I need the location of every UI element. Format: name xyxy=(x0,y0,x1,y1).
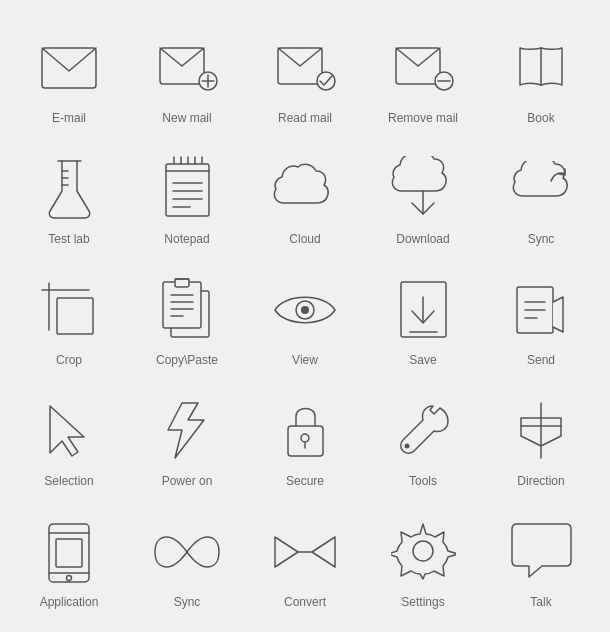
download-label: Download xyxy=(396,232,449,246)
notepad-label: Notepad xyxy=(164,232,209,246)
icon-grid: E-mail New mail xyxy=(10,20,600,615)
new-mail-icon xyxy=(147,30,227,105)
remove-mail-icon xyxy=(383,30,463,105)
settings-icon xyxy=(383,514,463,589)
new-mail-label: New mail xyxy=(162,111,211,125)
svg-rect-29 xyxy=(57,298,93,334)
selection-label: Selection xyxy=(44,474,93,488)
view-label: View xyxy=(292,353,318,367)
svg-point-59 xyxy=(67,576,72,581)
view-icon xyxy=(265,272,345,347)
new-mail-cell: New mail xyxy=(128,20,246,131)
notepad-cell: Notepad xyxy=(128,141,246,252)
application-icon xyxy=(29,514,109,589)
email-label: E-mail xyxy=(52,111,86,125)
selection-cell: Selection xyxy=(10,383,128,494)
settings-cell: Settings xyxy=(364,504,482,615)
view-cell: View xyxy=(246,262,364,373)
talk-icon xyxy=(501,514,581,589)
svg-marker-47 xyxy=(50,406,84,456)
svg-rect-49 xyxy=(288,426,323,456)
remove-mail-label: Remove mail xyxy=(388,111,458,125)
tools-label: Tools xyxy=(409,474,437,488)
crop-icon xyxy=(29,272,109,347)
remove-mail-cell: Remove mail xyxy=(364,20,482,131)
cloud-icon xyxy=(265,151,345,226)
copy-paste-label: Copy\Paste xyxy=(156,353,218,367)
email-icon xyxy=(29,30,109,105)
copy-paste-cell: Copy\Paste xyxy=(128,262,246,373)
talk-cell: Talk xyxy=(482,504,600,615)
convert-label: Convert xyxy=(284,595,326,609)
crop-cell: Crop xyxy=(10,262,128,373)
convert-icon xyxy=(265,514,345,589)
download-icon xyxy=(383,151,463,226)
svg-point-52 xyxy=(405,444,410,449)
test-lab-cell: Test lab xyxy=(10,141,128,252)
direction-label: Direction xyxy=(517,474,564,488)
cloud-cell: Cloud xyxy=(246,141,364,252)
download-cell: Download xyxy=(364,141,482,252)
application-label: Application xyxy=(40,595,99,609)
convert-cell: Convert xyxy=(246,504,364,615)
save-cell: Save xyxy=(364,262,482,373)
read-mail-label: Read mail xyxy=(278,111,332,125)
power-on-icon xyxy=(147,393,227,468)
notepad-icon xyxy=(147,151,227,226)
power-on-label: Power on xyxy=(162,474,213,488)
sync2-label: Sync xyxy=(174,595,201,609)
test-lab-label: Test lab xyxy=(48,232,89,246)
secure-icon xyxy=(265,393,345,468)
svg-point-50 xyxy=(301,434,309,442)
svg-point-64 xyxy=(413,541,433,561)
read-mail-icon xyxy=(265,30,345,105)
settings-label: Settings xyxy=(401,595,444,609)
tools-cell: Tools xyxy=(364,383,482,494)
svg-point-39 xyxy=(301,306,309,314)
svg-rect-31 xyxy=(163,282,201,328)
svg-rect-36 xyxy=(175,279,189,287)
sync2-cell: Sync xyxy=(128,504,246,615)
power-on-cell: Power on xyxy=(128,383,246,494)
svg-marker-61 xyxy=(275,537,298,567)
sync-label: Sync xyxy=(528,232,555,246)
sync-icon xyxy=(501,151,581,226)
book-cell: Book xyxy=(482,20,600,131)
book-label: Book xyxy=(527,111,554,125)
send-icon xyxy=(501,272,581,347)
save-label: Save xyxy=(409,353,436,367)
sync-cell: Sync xyxy=(482,141,600,252)
direction-cell: Direction xyxy=(482,383,600,494)
direction-icon xyxy=(501,393,581,468)
application-cell: Application xyxy=(10,504,128,615)
talk-label: Talk xyxy=(530,595,551,609)
test-lab-icon xyxy=(29,151,109,226)
selection-icon xyxy=(29,393,109,468)
copy-paste-icon xyxy=(147,272,227,347)
icon-grid-container: E-mail New mail xyxy=(0,0,610,632)
svg-marker-62 xyxy=(312,537,335,567)
cloud-label: Cloud xyxy=(289,232,320,246)
crop-label: Crop xyxy=(56,353,82,367)
tools-icon xyxy=(383,393,463,468)
sync2-icon xyxy=(147,514,227,589)
secure-label: Secure xyxy=(286,474,324,488)
save-icon xyxy=(383,272,463,347)
svg-rect-15 xyxy=(166,164,209,216)
send-label: Send xyxy=(527,353,555,367)
secure-cell: Secure xyxy=(246,383,364,494)
book-icon xyxy=(501,30,581,105)
send-cell: Send xyxy=(482,262,600,373)
svg-marker-48 xyxy=(168,403,204,458)
svg-rect-60 xyxy=(56,539,82,567)
read-mail-cell: Read mail xyxy=(246,20,364,131)
email-cell: E-mail xyxy=(10,20,128,131)
